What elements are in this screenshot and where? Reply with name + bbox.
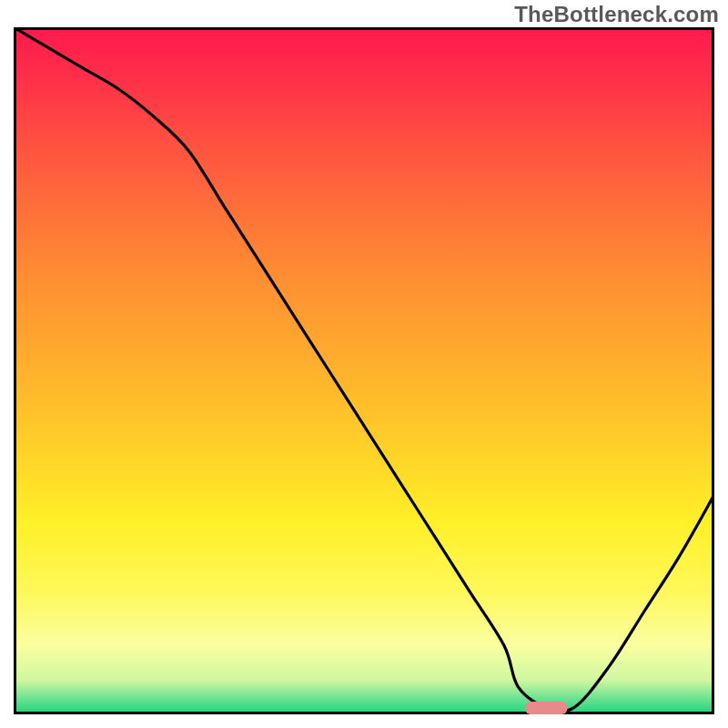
optimal-range-marker bbox=[525, 702, 567, 714]
plot-area bbox=[14, 27, 714, 714]
gradient-background bbox=[14, 27, 714, 714]
chart-svg bbox=[14, 27, 714, 714]
watermark-label: TheBottleneck.com bbox=[514, 2, 719, 27]
chart-container: TheBottleneck.com bbox=[0, 0, 728, 728]
